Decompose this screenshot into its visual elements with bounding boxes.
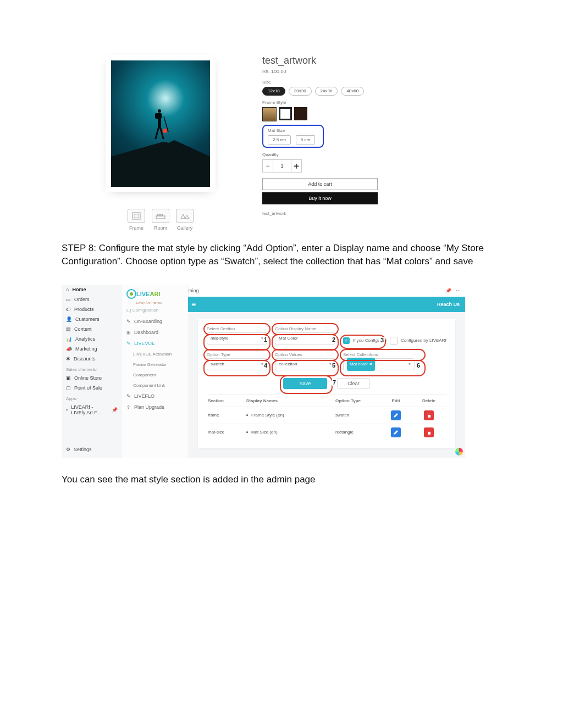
- shopify-nav-item[interactable]: ▤Content: [62, 324, 122, 334]
- product-breadcrumb: test_artwork: [262, 211, 482, 216]
- hamburger-icon[interactable]: ≡: [191, 300, 196, 309]
- matsize-group: Mat Size 2.5 cm 5 cm: [262, 125, 482, 148]
- qty-plus-icon[interactable]: ＋: [291, 160, 301, 172]
- table-header-row: Section Display Names Option Type Edit D…: [207, 395, 446, 407]
- orders-icon: ▭: [66, 297, 71, 302]
- app-nav-item[interactable]: Component: [122, 370, 188, 380]
- size-option[interactable]: 12x18: [262, 87, 285, 96]
- product-image-column: Frame Room Gallery: [81, 55, 240, 231]
- cell-display: Mat Size (en): [246, 430, 335, 435]
- select-section-dropdown[interactable]: mat-style▾: [207, 332, 267, 344]
- framestyle-swatch-white[interactable]: [279, 107, 292, 120]
- room-icon: [156, 213, 165, 219]
- app-nav-item[interactable]: ✎On-Boarding: [122, 316, 188, 327]
- settings-link[interactable]: ⚙ Settings: [62, 444, 122, 454]
- rocket-icon: ✎: [126, 341, 131, 346]
- qty-minus-icon[interactable]: −: [263, 160, 273, 172]
- component-form-card: 1 Select Section mat-style▾ 2 Option Dis…: [198, 319, 455, 448]
- brand-tagline: Lively Art Frames: [122, 301, 188, 307]
- analytics-icon: 📊: [66, 336, 72, 342]
- more-icon[interactable]: ⋯: [456, 288, 461, 293]
- shopify-nav-item[interactable]: ⌂Home: [62, 285, 122, 294]
- col-delete: Delete: [412, 398, 445, 403]
- configured-by-livearf-checkbox[interactable]: [390, 337, 398, 344]
- product-title: test_artwork: [262, 55, 482, 66]
- trash-icon: [427, 430, 432, 435]
- field-display-name: 2 Option Display Name Mat Color: [275, 326, 335, 344]
- shopify-nav-item[interactable]: ▭Orders: [62, 294, 122, 304]
- quantity-stepper[interactable]: − 1 ＋: [262, 159, 302, 173]
- col-section: Section: [208, 398, 246, 403]
- marketing-icon: 📣: [66, 346, 72, 352]
- chevron-down-icon: ▾: [261, 359, 263, 370]
- cell-otype: rectangle: [335, 430, 379, 435]
- after-text: You can see the mat style section is add…: [62, 474, 501, 485]
- app-nav-item[interactable]: Component Link: [122, 380, 188, 391]
- pin-icon[interactable]: 📌: [112, 407, 118, 413]
- cart-buttons: Add to cart Buy it now: [262, 178, 482, 204]
- thumb-gallery[interactable]: Gallery: [176, 209, 194, 231]
- framestyle-swatches: [262, 107, 482, 121]
- add-to-cart-button[interactable]: Add to cart: [262, 178, 378, 190]
- plan-icon: ⇪: [126, 404, 131, 410]
- figure-admin-screenshot: LIVEARf - LIVEly Art Framing 📌 ⋯ ⌂Home▭O…: [62, 285, 465, 458]
- matsize-option[interactable]: 2.5 cm: [268, 135, 291, 145]
- thumb-label: Frame: [129, 225, 143, 231]
- display-name-input[interactable]: Mat Color: [275, 332, 335, 344]
- apps-heading: Apps›: [62, 393, 122, 402]
- svg-rect-1: [155, 113, 162, 119]
- delete-button[interactable]: [424, 427, 434, 437]
- app-content: 1 Select Section mat-style▾ 2 Option Dis…: [188, 312, 465, 458]
- pin-icon[interactable]: 📌: [445, 288, 451, 293]
- floating-widget-icon[interactable]: [455, 448, 463, 455]
- shopify-nav-item[interactable]: 📊Analytics: [62, 334, 122, 344]
- clear-button[interactable]: Clear: [337, 378, 370, 389]
- buy-now-button[interactable]: Buy it now: [262, 192, 378, 204]
- step8-paragraph: STEP 8: Configure the mat style by click…: [62, 242, 501, 268]
- app-nav-item[interactable]: Frame Generator: [122, 359, 188, 370]
- delete-button[interactable]: [424, 410, 434, 420]
- thumb-frame[interactable]: Frame: [128, 209, 145, 231]
- matsize-option[interactable]: 5 cm: [296, 135, 315, 145]
- shopify-nav-item[interactable]: ✱Discounts: [62, 354, 122, 364]
- app-nav-item[interactable]: ✎LIVEVUE: [122, 338, 188, 349]
- cell-display: Frame Style (en): [246, 413, 335, 418]
- option-values-dropdown[interactable]: collection▾: [275, 358, 335, 370]
- sales-channel-item[interactable]: ▢Point of Sale: [62, 383, 122, 393]
- product-details-column: test_artwork Rs. 100.00 Size 12x18 20x30…: [262, 55, 482, 216]
- app-nav-item[interactable]: LIVEVUE Activation: [122, 349, 188, 359]
- sales-channel-item[interactable]: ▣Online Store: [62, 373, 122, 383]
- table-row: frameFrame Style (en)swatch: [207, 407, 446, 424]
- quantity-label: Quantity: [262, 152, 482, 157]
- app-nav-item[interactable]: ⇪Plan Upgrade: [122, 402, 188, 413]
- size-option[interactable]: 40x60: [341, 87, 364, 96]
- reach-us-button[interactable]: Reach Us: [437, 302, 460, 307]
- size-option[interactable]: 20x30: [289, 87, 312, 96]
- framestyle-swatch-black[interactable]: [294, 107, 307, 120]
- collections-multiselect[interactable]: Mat color× ▾: [343, 358, 415, 370]
- edit-button[interactable]: [391, 410, 401, 420]
- option-type-dropdown[interactable]: swatch▾: [207, 358, 267, 370]
- collection-chip[interactable]: Mat color×: [347, 358, 375, 371]
- app-nav-item[interactable]: ⊞Dashboard: [122, 327, 188, 338]
- cell-section: frame: [208, 413, 246, 418]
- size-option[interactable]: 24x36: [315, 87, 338, 96]
- app-nav-item[interactable]: ✎LIVEFLO: [122, 391, 188, 402]
- app-logo: LIVEARf: [122, 285, 188, 301]
- figure-product-page: Frame Room Gallery test_artwork Rs. 100.…: [81, 55, 482, 231]
- framestyle-swatch-wood[interactable]: [262, 107, 277, 121]
- save-button[interactable]: Save: [283, 378, 327, 389]
- thumb-label: Room: [154, 225, 167, 231]
- product-price: Rs. 100.00: [262, 69, 482, 74]
- installed-app-item[interactable]: ▫LIVEARf - LIVEly Art F...📌: [62, 402, 122, 418]
- app-icon: ▫: [66, 407, 68, 413]
- shopify-nav-item[interactable]: 🏷Products: [62, 304, 122, 314]
- rocket-icon: ✎: [126, 393, 131, 399]
- edit-button[interactable]: [391, 427, 401, 437]
- configured-checkbox[interactable]: ✓: [343, 337, 350, 344]
- field-option-type: 4 Option Type swatch▾: [207, 352, 267, 370]
- shopify-nav-item[interactable]: 👤Customers: [62, 314, 122, 324]
- shopify-nav-item[interactable]: 📣Marketing: [62, 344, 122, 354]
- svg-point-4: [163, 129, 167, 133]
- thumb-room[interactable]: Room: [152, 209, 169, 231]
